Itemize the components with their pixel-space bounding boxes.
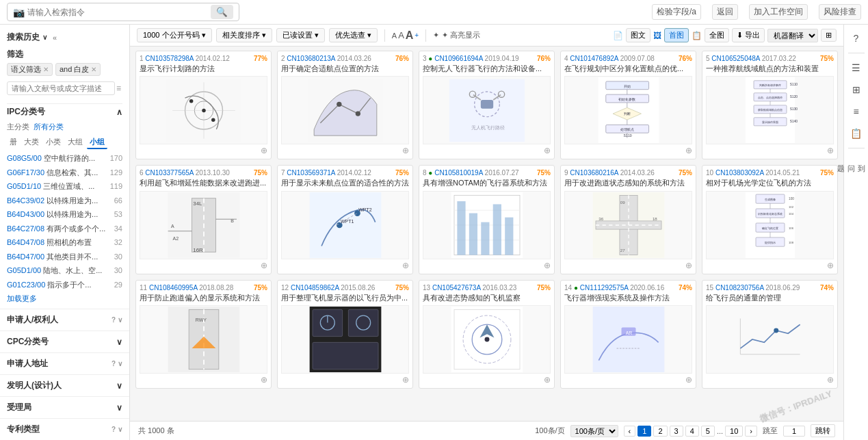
cn-num-link[interactable]: CN103377565A bbox=[145, 169, 194, 177]
view-image-btn[interactable]: 首图 bbox=[664, 28, 689, 42]
ipc-list-item[interactable]: B64D47/00 其他类目并不...30 bbox=[7, 250, 122, 264]
search-bar[interactable]: 📷 🔍 bbox=[7, 3, 239, 21]
cn-num-link[interactable]: CN105810019A bbox=[434, 169, 483, 177]
patent-add-btn[interactable]: ⊕ bbox=[685, 375, 692, 385]
right-btn-1[interactable]: ? bbox=[847, 29, 866, 48]
patent-add-btn[interactable]: ⊕ bbox=[261, 146, 267, 155]
right-btn-list[interactable]: ☰ bbox=[847, 58, 866, 77]
count-btn[interactable]: 1000 个公开号码 ▾ bbox=[137, 28, 212, 42]
ipc-list-item[interactable]: G05D1/10 三维位置域、...119 bbox=[7, 179, 122, 194]
page-5-btn[interactable]: 5 bbox=[701, 426, 715, 437]
patent-add-btn[interactable]: ⊕ bbox=[402, 261, 409, 270]
patent-title[interactable]: 用于防止跑道偏入的显示系统和方法 bbox=[140, 293, 267, 303]
font-medium[interactable]: A bbox=[398, 30, 404, 40]
cn-num-link[interactable]: CN103680213A bbox=[287, 55, 335, 62]
search-input[interactable] bbox=[27, 8, 211, 17]
patent-add-btn[interactable]: ⊕ bbox=[685, 146, 692, 155]
filter-input[interactable] bbox=[7, 81, 115, 95]
patent-add-btn[interactable]: ⊕ bbox=[685, 261, 692, 270]
ipc-title[interactable]: IPC分类号 ∧ bbox=[7, 103, 122, 120]
semantic-tag-remove[interactable]: ✕ bbox=[43, 66, 49, 73]
highlight-btn[interactable]: ✦ ✦ 高亮显示 bbox=[433, 30, 480, 40]
cn-num-link[interactable]: CN109661694A bbox=[434, 55, 483, 62]
cn-num-link[interactable]: CN101476892A bbox=[570, 55, 618, 62]
patent-title[interactable]: 用于整理飞机显示器的以飞行员为中... bbox=[281, 293, 409, 303]
patent-add-btn[interactable]: ⊕ bbox=[261, 261, 267, 270]
set-btn[interactable]: 已读设置 ▾ bbox=[276, 28, 325, 42]
cn-num-link[interactable]: CN104859862A bbox=[291, 284, 339, 292]
ipc-list-item[interactable]: B64C39/02 以特殊用途为...66 bbox=[7, 194, 122, 208]
export-btn[interactable]: ⬇ 导出 bbox=[732, 28, 765, 42]
machine-translate-select[interactable]: 机器翻译 bbox=[767, 29, 818, 42]
cpc-title[interactable]: CPC分类号 ∨ bbox=[7, 333, 122, 350]
patent-title[interactable]: 具有改进态势感知的飞机监察 bbox=[423, 293, 551, 303]
cn-num-link[interactable]: CN111292575A bbox=[580, 284, 629, 292]
add-workspace-button[interactable]: 加入工作空间 bbox=[749, 4, 808, 20]
applicant-title[interactable]: 申请人/权利人 ? ∨ bbox=[7, 311, 122, 328]
patent-add-btn[interactable]: ⊕ bbox=[827, 146, 834, 155]
size-tab-ce[interactable]: 册 bbox=[7, 136, 20, 149]
address-title[interactable]: 申请人地址 ? ∨ bbox=[7, 355, 122, 372]
page-10-btn[interactable]: 10 bbox=[725, 426, 743, 437]
size-tab-da[interactable]: 大类 bbox=[21, 136, 42, 149]
view-full-btn[interactable]: 全图 bbox=[705, 28, 729, 42]
ipc-list-item[interactable]: B64D43/00 以特殊用途为...53 bbox=[7, 207, 122, 222]
patent-add-btn[interactable]: ⊕ bbox=[402, 146, 409, 155]
ipc-list-item[interactable]: B64C27/08 有两个或多个个...34 bbox=[7, 222, 122, 236]
patent-add-btn[interactable]: ⊕ bbox=[544, 261, 551, 270]
cn-num-link[interactable]: CN105427673A bbox=[432, 284, 481, 292]
font-small[interactable]: A bbox=[392, 31, 397, 40]
inventor-title[interactable]: 发明人(设计)人 ∨ bbox=[7, 377, 122, 394]
cn-num-link[interactable]: CN108460995A bbox=[149, 284, 198, 292]
patent-title[interactable]: 相对于机场光学定位飞机的方法 bbox=[706, 178, 834, 188]
patent-add-btn[interactable]: ⊕ bbox=[544, 375, 551, 385]
cn-num-link[interactable]: CN103803092A bbox=[715, 169, 764, 177]
patent-title[interactable]: 用于改进跑道状态感知的系统和方法 bbox=[564, 178, 692, 188]
load-more-btn[interactable]: 加载更多 bbox=[7, 292, 122, 306]
page-1-btn[interactable]: 1 bbox=[637, 426, 651, 437]
and-tag-remove[interactable]: ✕ bbox=[91, 66, 96, 73]
optimize-btn[interactable]: 优先选查 ▾ bbox=[329, 28, 378, 42]
cn-num-link[interactable]: CN103569371A bbox=[287, 169, 335, 177]
patent-title[interactable]: 飞行器增强现实系统及操作方法 bbox=[564, 293, 692, 303]
go-btn[interactable]: 跳转 bbox=[811, 424, 835, 437]
font-large[interactable]: A bbox=[406, 29, 414, 42]
camera-icon[interactable]: 📷 bbox=[13, 7, 25, 18]
ipc-list-item[interactable]: G01C23/00 指示多于个...29 bbox=[7, 278, 122, 292]
field-selector[interactable]: 检验字段/a bbox=[652, 4, 701, 20]
cn-num-link[interactable]: CN103578298A bbox=[145, 55, 194, 62]
ipc-list-item[interactable]: G08G5/00 空中航行路的...170 bbox=[7, 151, 122, 166]
page-prev-btn[interactable]: ‹ bbox=[624, 426, 636, 437]
cn-num-link[interactable]: CN106525048A bbox=[711, 55, 760, 62]
patent-add-btn[interactable]: ⊕ bbox=[827, 375, 834, 385]
page-3-btn[interactable]: 3 bbox=[670, 426, 683, 437]
ipc-list-item[interactable]: B64D47/08 照相机的布置32 bbox=[7, 235, 122, 250]
patent-type-title[interactable]: 专利类型 ? ∨ bbox=[7, 421, 122, 438]
size-tab-xiaozu[interactable]: 小组 bbox=[87, 136, 107, 149]
patent-title[interactable]: 给飞行员的通量的管理 bbox=[706, 293, 834, 303]
patent-title[interactable]: 用于确定合适航点位置的方法 bbox=[281, 64, 409, 74]
patent-title[interactable]: 显示飞行计划路的方法 bbox=[140, 64, 267, 74]
size-tab-dazu[interactable]: 大组 bbox=[65, 136, 86, 149]
page-2-btn[interactable]: 2 bbox=[653, 426, 667, 437]
view-text-btn[interactable]: 图文 bbox=[626, 28, 650, 42]
all-classification-link[interactable]: 所有分类 bbox=[34, 122, 64, 132]
cn-num-link[interactable]: CN108230756A bbox=[715, 284, 764, 292]
patent-add-btn[interactable]: ⊕ bbox=[402, 375, 409, 385]
patent-title[interactable]: 在飞行规划中区分算化置航点的优... bbox=[564, 64, 692, 74]
patent-title[interactable]: 用于显示未来航点位置的适合性的方法 bbox=[281, 178, 409, 188]
font-xlarge[interactable]: + bbox=[415, 31, 419, 39]
patent-title[interactable]: 一种推荐航线域航点的方法和装置 bbox=[706, 64, 834, 74]
risk-check-button[interactable]: 风险排查 bbox=[819, 4, 861, 20]
patent-add-btn[interactable]: ⊕ bbox=[261, 375, 267, 385]
patent-title[interactable]: 具有增强NOTAM的飞行器系统和方法 bbox=[423, 178, 551, 188]
per-page-select[interactable]: 100条/页50条/页10条/页200条/页 bbox=[570, 425, 618, 437]
patent-title[interactable]: 利用超飞和增延性能数据来改进跑进... bbox=[140, 178, 267, 188]
ipc-list-item[interactable]: G06F17/30 信息检索、其...129 bbox=[7, 166, 122, 180]
sidebar-collapse-btn[interactable]: « bbox=[50, 34, 60, 42]
go-page-input[interactable] bbox=[783, 426, 805, 437]
cn-num-link[interactable]: CN103680216A bbox=[570, 169, 618, 177]
patent-add-btn[interactable]: ⊕ bbox=[827, 261, 834, 270]
grid-settings-btn[interactable]: ⊞ bbox=[821, 29, 837, 42]
examiner-title[interactable]: 受理局 ∨ bbox=[7, 399, 122, 416]
